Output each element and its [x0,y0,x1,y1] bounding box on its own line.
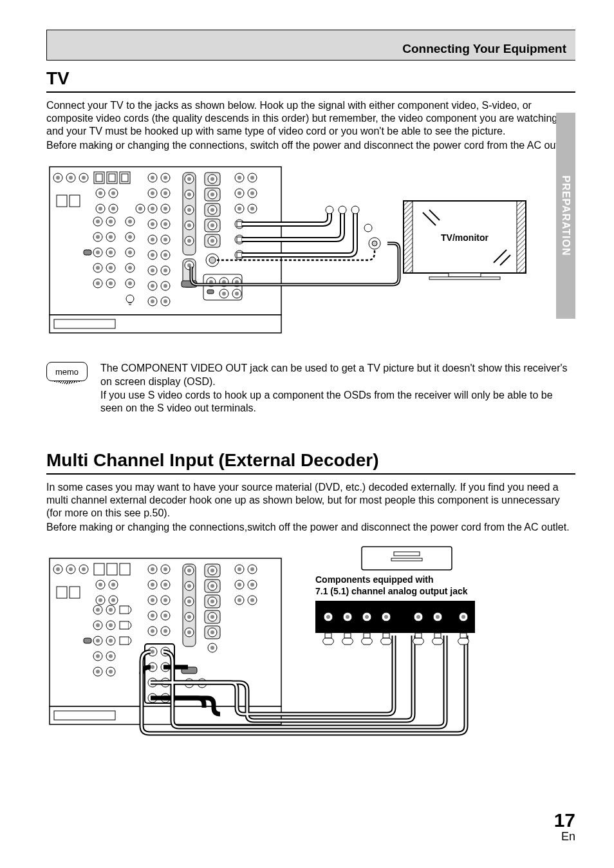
svg-rect-75 [383,633,389,638]
svg-rect-9 [109,174,115,182]
memo-line-1: The COMPONENT VIDEO OUT jack can be used… [100,362,575,389]
svg-rect-14 [84,250,91,255]
rule [46,91,575,93]
svg-rect-43 [404,201,413,273]
page: Connecting Your Equipment PREPARATION TV… [0,0,614,868]
multi-connection-diagram: Components equipped with 7.1 (5.1) chann… [46,545,575,748]
svg-rect-57 [57,587,67,598]
svg-rect-73 [344,633,351,638]
header-section-title: Connecting Your Equipment [402,42,566,56]
svg-rect-72 [325,633,331,638]
tv-heading: TV [46,68,575,89]
svg-rect-45 [449,273,481,277]
page-number: 17 [554,811,575,830]
tv-connection-diagram: TV/monitor [46,164,575,346]
svg-rect-5 [54,319,115,328]
svg-point-40 [372,241,377,246]
svg-rect-33 [237,237,242,242]
svg-point-41 [364,224,372,232]
svg-rect-58 [70,587,80,598]
svg-rect-29 [207,290,214,294]
svg-rect-79 [120,606,129,614]
memo-icon: memo [46,362,93,415]
svg-rect-54 [94,563,104,575]
memo-text: The COMPONENT VIDEO OUT jack can be used… [100,362,575,415]
side-tab-label: PREPARATION [560,175,572,256]
svg-rect-71 [315,601,475,633]
side-tab: PREPARATION [556,113,575,319]
svg-rect-59 [84,638,91,643]
svg-rect-69 [394,552,420,556]
svg-rect-55 [107,563,117,575]
svg-rect-12 [57,195,67,207]
svg-point-15 [126,295,134,303]
svg-rect-11 [122,174,128,182]
svg-rect-44 [517,201,526,273]
svg-rect-53 [54,711,115,720]
memo-line-2: If you use S video cords to hook up a co… [100,389,575,416]
svg-rect-80 [120,621,129,629]
tv-paragraph-2: Before making or changing the connection… [46,139,575,152]
svg-rect-76 [415,633,422,638]
svg-rect-35 [237,252,242,258]
svg-point-37 [339,206,346,214]
svg-point-36 [326,206,333,214]
svg-rect-77 [434,633,441,638]
page-lang: En [554,830,575,844]
svg-rect-7 [96,174,102,182]
tv-paragraph-1: Connect your TV to the jacks as shown be… [46,99,575,138]
multi-paragraph-1: In some cases you may want to have your … [46,481,575,520]
decoder-caption-2: 7.1 (5.1) channel analog output jack [315,586,468,596]
svg-rect-46 [429,277,500,279]
svg-rect-31 [237,222,242,227]
rule [46,473,575,475]
decoder-caption-1: Components equipped with [315,574,434,585]
memo-label: memo [55,367,79,377]
memo-block: memo The COMPONENT VIDEO OUT jack can be… [46,362,575,415]
multi-paragraph-2: Before making or changing the connection… [46,521,575,534]
multi-heading: Multi Channel Input (External Decoder) [46,450,575,471]
svg-point-27 [209,257,216,263]
svg-rect-56 [120,563,130,575]
svg-rect-13 [70,195,80,207]
svg-rect-81 [120,637,129,645]
svg-rect-74 [364,633,370,638]
page-number-block: 17 En [554,811,575,844]
header-band: Connecting Your Equipment [46,30,575,61]
svg-rect-70 [391,558,422,561]
tv-monitor-label: TV/monitor [441,232,488,243]
content-area: TV Connect your TV to the jacks as shown… [46,68,575,748]
svg-point-38 [351,206,359,214]
svg-rect-78 [460,633,467,638]
